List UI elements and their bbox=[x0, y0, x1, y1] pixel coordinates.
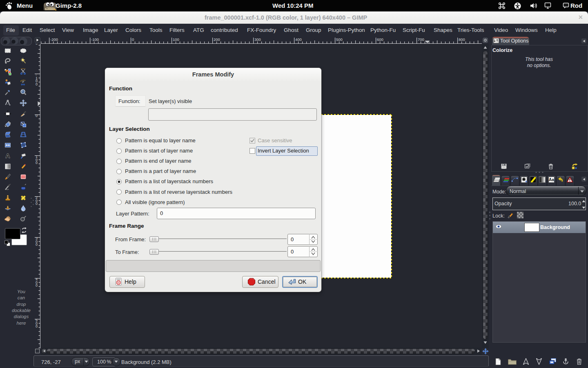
svg-text:A: A bbox=[6, 152, 10, 159]
svg-text:Aa: Aa bbox=[549, 177, 554, 182]
